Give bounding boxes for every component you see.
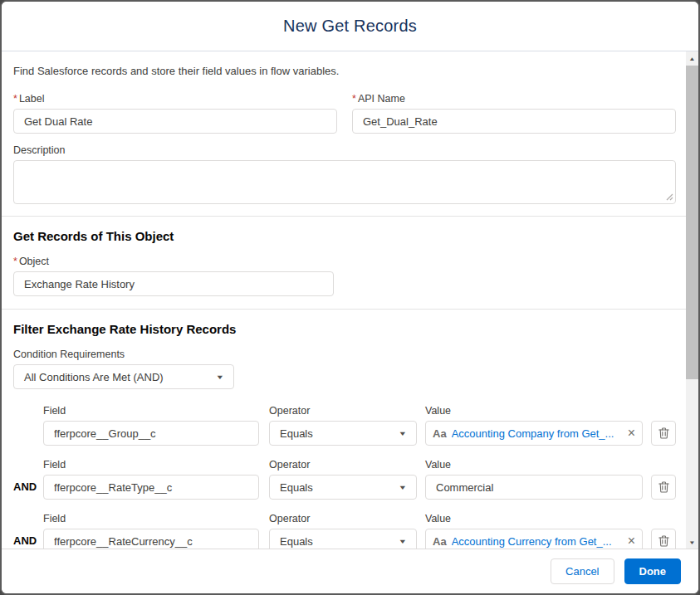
- text-type-icon: Aa: [433, 427, 447, 440]
- field-column-label: Field: [43, 405, 259, 417]
- label-field-label-text: Label: [19, 93, 45, 105]
- filter-value-input[interactable]: [425, 475, 643, 500]
- trash-icon: [658, 427, 669, 439]
- filter-operator-dropdown[interactable]: Equals ▼: [269, 421, 417, 446]
- description-textarea[interactable]: [13, 160, 676, 204]
- vertical-scrollbar[interactable]: ▲ ▼: [686, 51, 698, 549]
- api-name-input[interactable]: [352, 109, 676, 134]
- filter-field-input[interactable]: [43, 475, 259, 500]
- description-form-element: Description: [13, 144, 676, 204]
- condition-prefix: AND: [13, 534, 37, 547]
- object-form-element: *Object: [13, 256, 676, 296]
- text-type-icon: Aa: [433, 535, 447, 548]
- filter-section-heading: Filter Exchange Rate History Records: [13, 322, 676, 336]
- filter-operator-dropdown[interactable]: Equals ▼: [269, 529, 417, 549]
- condition-prefix: AND: [13, 480, 37, 493]
- filter-row-1-labels: Field Operator Value: [13, 405, 676, 417]
- object-field-label: *Object: [13, 256, 676, 268]
- intro-text: Find Salesforce records and store their …: [13, 65, 676, 78]
- field-column-label: Field: [43, 459, 259, 471]
- filter-value-combobox[interactable]: Aa Accounting Company from Get_... ×: [425, 421, 643, 446]
- value-column-label: Value: [425, 513, 643, 525]
- api-name-field-label-text: API Name: [358, 93, 405, 105]
- filter-row-2: AND Equals ▼: [13, 475, 676, 500]
- filter-row-2-labels: Field Operator Value: [13, 459, 676, 471]
- operator-column-label: Operator: [269, 513, 417, 525]
- required-asterisk: *: [13, 93, 17, 105]
- filter-operator-value: Equals: [280, 427, 313, 440]
- filter-operator-value: Equals: [280, 535, 313, 548]
- filter-value-combobox[interactable]: Aa Accounting Currency from Get_... ×: [425, 529, 643, 549]
- done-button[interactable]: Done: [624, 558, 682, 584]
- scroll-down-button[interactable]: ▼: [686, 535, 698, 549]
- object-section-heading: Get Records of This Object: [13, 229, 676, 243]
- chevron-down-icon: ▼: [399, 484, 408, 491]
- object-field-label-text: Object: [19, 256, 49, 267]
- filter-operator-value: Equals: [280, 481, 313, 494]
- required-asterisk: *: [13, 256, 17, 267]
- filter-row-3-labels: Field Operator Value: [13, 513, 676, 525]
- filter-operator-dropdown[interactable]: Equals ▼: [269, 475, 417, 500]
- operator-column-label: Operator: [269, 405, 417, 417]
- modal-footer: Cancel Done: [2, 549, 698, 593]
- cancel-button[interactable]: Cancel: [551, 558, 614, 584]
- and-gutter: AND: [13, 475, 43, 500]
- modal-header: New Get Records: [2, 2, 698, 51]
- modal-body: Find Salesforce records and store their …: [2, 51, 698, 549]
- modal-title: New Get Records: [283, 17, 417, 36]
- description-field-label: Description: [13, 144, 676, 157]
- condition-requirements-label: Condition Requirements: [13, 349, 676, 361]
- delete-condition-button[interactable]: [651, 475, 676, 500]
- label-field-label: *Label: [13, 93, 337, 105]
- condition-requirements-dropdown[interactable]: All Conditions Are Met (AND) ▼: [13, 364, 234, 389]
- label-form-element: *Label: [13, 93, 337, 134]
- required-asterisk: *: [352, 93, 356, 105]
- resize-handle-icon[interactable]: [666, 193, 673, 201]
- field-column-label: Field: [43, 513, 259, 525]
- api-name-form-element: *API Name: [352, 93, 676, 134]
- chevron-down-icon: ▼: [399, 538, 408, 545]
- object-input[interactable]: [13, 271, 334, 296]
- condition-requirements-element: Condition Requirements All Conditions Ar…: [13, 349, 676, 389]
- chevron-down-icon: ▼: [216, 373, 225, 381]
- scroll-down-icon: ▼: [688, 539, 695, 544]
- condition-requirements-value: All Conditions Are Met (AND): [24, 371, 164, 383]
- filter-field-input[interactable]: [43, 529, 259, 549]
- and-gutter: AND: [13, 529, 43, 549]
- trash-icon: [658, 481, 669, 493]
- delete-condition-button[interactable]: [651, 529, 676, 549]
- scrollbar-thumb[interactable]: [686, 66, 698, 379]
- value-column-label: Value: [425, 405, 643, 417]
- value-column-label: Value: [425, 459, 643, 471]
- filter-row-1: Equals ▼ Aa Accounting Company from Get_…: [13, 421, 676, 446]
- modal-content: Find Salesforce records and store their …: [2, 51, 698, 549]
- scroll-up-icon: ▲: [688, 56, 695, 61]
- api-name-field-label: *API Name: [352, 93, 676, 105]
- filter-field-input[interactable]: [43, 421, 259, 446]
- operator-column-label: Operator: [269, 459, 417, 471]
- merge-field-link[interactable]: Accounting Company from Get_...: [452, 427, 623, 440]
- chevron-down-icon: ▼: [399, 430, 408, 437]
- description-textarea-wrap: [13, 160, 676, 204]
- remove-value-icon[interactable]: ×: [628, 534, 635, 548]
- label-input[interactable]: [13, 109, 337, 134]
- remove-value-icon[interactable]: ×: [628, 427, 635, 440]
- label-api-row: *Label *API Name: [13, 93, 676, 134]
- section-divider: [2, 309, 698, 310]
- section-divider: [2, 216, 698, 217]
- delete-condition-button[interactable]: [651, 421, 676, 446]
- scroll-up-button[interactable]: ▲: [686, 51, 698, 65]
- new-get-records-modal: New Get Records Find Salesforce records …: [0, 0, 700, 595]
- merge-field-link[interactable]: Accounting Currency from Get_...: [452, 535, 623, 548]
- trash-icon: [658, 535, 669, 547]
- filter-row-3: AND Equals ▼ Aa Accounting Currency from…: [13, 529, 676, 549]
